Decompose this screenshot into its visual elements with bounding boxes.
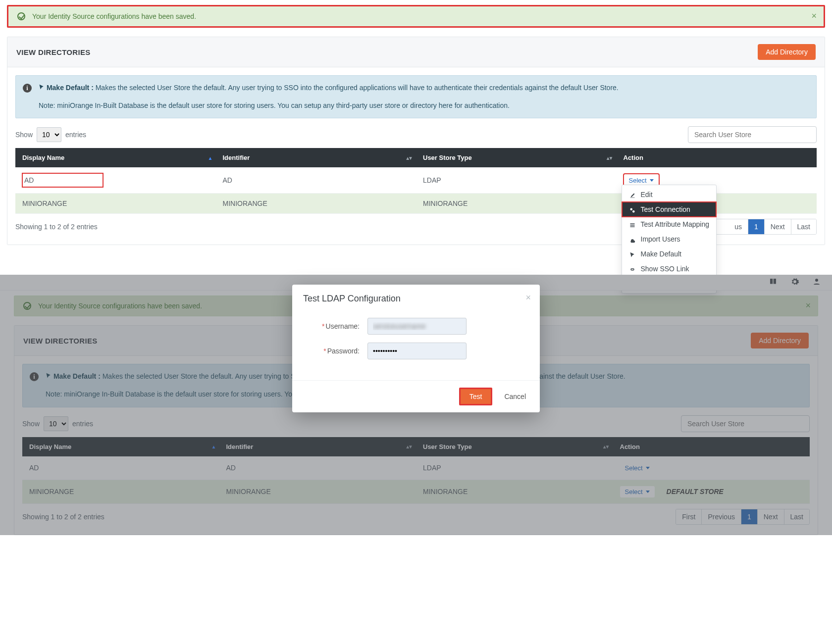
cell-display-name: MINIORANGE [15,194,216,214]
modal-footer: Test Cancel [292,380,540,412]
info-box: i Make Default : Makes the selected User… [15,75,817,118]
success-alert: Your Identity Source configurations have… [7,5,825,28]
svg-point-0 [630,208,632,210]
cursor-icon [629,250,636,258]
pager-next[interactable]: Next [764,219,791,234]
alert-message: Your Identity Source configurations have… [32,12,196,20]
cancel-button[interactable]: Cancel [501,392,529,401]
panel-header: VIEW DIRECTORIES Add Directory [7,37,825,67]
dropdown-test-attribute-mapping[interactable]: Test Attribute Mapping [622,217,717,232]
username-field[interactable] [367,318,467,335]
svg-rect-3 [630,225,634,226]
username-label: *Username: [303,322,367,330]
cloud-upload-icon [629,235,636,243]
password-label: *Password: [303,347,367,355]
entries-label: entries [65,131,86,139]
dropdown-test-connection[interactable]: Test Connection [622,202,717,217]
modal-header: Test LDAP Configuration × [292,285,540,313]
svg-point-1 [632,210,635,213]
info-icon: i [23,84,32,93]
dropdown-import-users[interactable]: Import Users [622,232,717,247]
col-action: Action [617,148,817,167]
sliders-icon [629,220,636,228]
cell-user-store-type: LDAP [416,167,617,194]
form-row-username: *Username: [303,318,529,335]
show-entries: Show 10 entries [15,127,86,142]
pager-page-1[interactable]: 1 [748,219,764,234]
form-row-password: *Password: [303,343,529,359]
cell-user-store-type: MINIORANGE [416,194,617,214]
cell-display-name: AD [22,173,103,187]
gears-icon [629,205,636,213]
bottom-section: Your Identity Source configurations have… [0,275,832,535]
modal-body: *Username: *Password: [292,313,540,380]
search-input[interactable] [688,126,817,143]
link-icon [629,265,636,273]
table-controls: Show 10 entries [15,118,817,148]
col-identifier[interactable]: Identifier▲▼ [216,148,416,167]
panel-body: i Make Default : Makes the selected User… [7,67,825,245]
panel-title: VIEW DIRECTORIES [16,48,91,56]
info-line-1: Make Default : Makes the selected User S… [39,83,807,94]
check-circle-icon [17,12,25,20]
page-size-select[interactable]: 10 [37,127,61,142]
top-section: Your Identity Source configurations have… [0,0,832,245]
dropdown-show-sso-link[interactable]: Show SSO Link [622,261,717,276]
dropdown-make-default[interactable]: Make Default [622,247,717,261]
directories-panel: VIEW DIRECTORIES Add Directory i Make De… [7,37,825,245]
test-ldap-modal: Test LDAP Configuration × *Username: *Pa… [292,285,540,412]
close-icon[interactable]: × [525,293,531,303]
col-display-name[interactable]: Display Name▲ [15,148,216,167]
pager-last[interactable]: Last [791,219,816,234]
cell-identifier: AD [216,167,416,194]
edit-icon [629,191,636,198]
make-default-text: Makes the selected User Store the defaul… [96,84,619,92]
dropdown-edit[interactable]: Edit [622,187,717,202]
password-field[interactable] [367,343,467,359]
make-default-label: Make Default : [47,84,94,92]
pager-prev-partial[interactable]: us [728,219,748,234]
show-label: Show [15,131,33,139]
add-directory-button[interactable]: Add Directory [758,44,816,60]
pager: First us 1 Next Last [703,219,817,235]
svg-rect-4 [630,226,634,227]
search-box [688,126,817,143]
modal-title: Test LDAP Configuration [303,294,401,303]
caret-down-icon [650,179,654,182]
test-button[interactable]: Test [459,388,493,405]
table-wrap: Display Name▲ Identifier▲▼ User Store Ty… [15,148,817,214]
svg-rect-2 [630,223,634,224]
col-user-store-type[interactable]: User Store Type▲▼ [416,148,617,167]
info-note: Note: miniOrange In-Built Database is th… [39,100,807,111]
cell-identifier: MINIORANGE [216,194,416,214]
alert-close-icon[interactable]: × [811,11,817,20]
showing-text: Showing 1 to 2 of 2 entries [15,223,98,231]
cursor-icon [39,84,47,92]
